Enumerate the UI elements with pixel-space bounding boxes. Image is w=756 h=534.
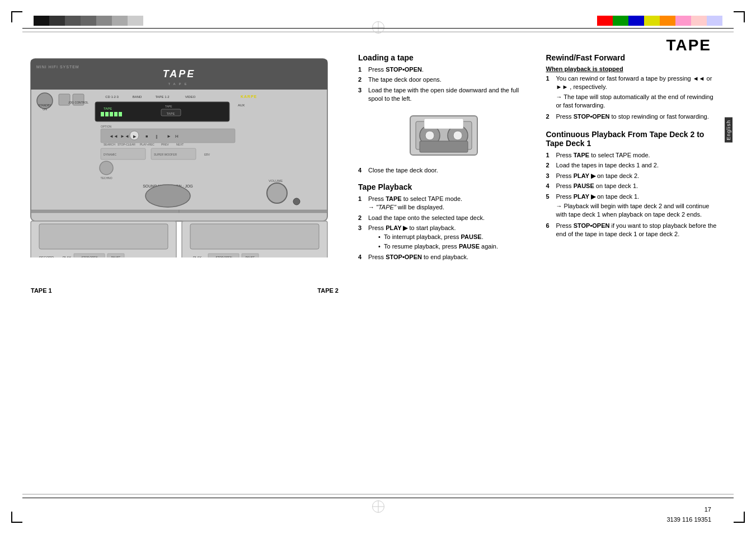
svg-text:►◄: ►◄ xyxy=(120,134,129,139)
tape-playback-title: Tape Playback xyxy=(358,182,529,191)
tape-playback-step-3: 3 Press PLAY ▶ to start playback. To int… xyxy=(358,224,529,251)
corner-mark-tl xyxy=(11,11,22,22)
svg-rect-55 xyxy=(31,210,179,213)
svg-text:■: ■ xyxy=(145,134,148,138)
rewind-subtitle: When playback is stopped xyxy=(546,65,717,72)
loading-section: Loading a tape 1 Press STOP•OPEN. 2 The … xyxy=(358,53,529,175)
svg-text:DYNAMIC: DYNAMIC xyxy=(104,153,116,156)
bottom-line-upper xyxy=(22,494,734,495)
corner-mark-bl xyxy=(11,512,22,523)
svg-rect-22 xyxy=(114,112,118,116)
svg-text:AUX: AUX xyxy=(238,104,245,107)
top-line-lower xyxy=(22,31,734,32)
tape-playback-step-2: 2 Load the tape onto the selected tape d… xyxy=(358,214,529,222)
rewind-section: Rewind/Fast Forward When playback is sto… xyxy=(546,53,717,121)
svg-text:ON: ON xyxy=(43,107,47,111)
svg-text:EBV: EBV xyxy=(204,153,210,156)
svg-rect-19 xyxy=(101,112,104,116)
doc-number: 3139 116 19351 xyxy=(666,516,711,523)
continuous-step-1: 1 Press TAPE to select TAPE mode. xyxy=(546,151,717,160)
svg-text:STOP·OPEN: STOP·OPEN xyxy=(81,256,97,257)
loading-title: Loading a tape xyxy=(358,53,529,62)
svg-rect-59 xyxy=(39,224,168,249)
left-column: Loading a tape 1 Press STOP•OPEN. 2 The … xyxy=(358,53,529,269)
svg-text:PLAY+REC: PLAY+REC xyxy=(140,143,154,146)
playback-bullets: To interrupt playback, press PAUSE. To r… xyxy=(378,233,529,251)
cassette-svg xyxy=(407,110,480,161)
tape-playback-step-1: 1 Press TAPE to select TAPE mode. "TAPE"… xyxy=(358,195,529,212)
svg-point-53 xyxy=(267,183,287,203)
device-svg: MINI HIFI SYSTEM TAPE TAPE STANDBY ON JO… xyxy=(28,56,330,257)
svg-text:KARPE: KARPE xyxy=(241,95,257,99)
svg-text:TAPE: TAPE xyxy=(163,68,196,79)
loading-steps: 1 Press STOP•OPEN. 2 The tape deck door … xyxy=(358,65,529,104)
svg-text:TAPE: TAPE xyxy=(104,107,112,110)
tape-playback-steps: 1 Press TAPE to select TAPE mode. "TAPE"… xyxy=(358,195,529,262)
svg-point-77 xyxy=(453,131,462,140)
svg-text:PREV: PREV xyxy=(161,143,169,146)
loading-step-1: 1 Press STOP•OPEN. xyxy=(358,65,529,74)
svg-text:VOLUME: VOLUME xyxy=(269,179,283,182)
corner-mark-tr xyxy=(734,11,745,22)
svg-text:STOP·OPEN: STOP·OPEN xyxy=(215,256,232,257)
continuous-step-6: 6 Press STOP•OPEN if you want to stop pl… xyxy=(546,222,717,239)
svg-text:TAPE: TAPE xyxy=(168,82,190,86)
svg-point-75 xyxy=(425,131,434,140)
right-column: Rewind/Fast Forward When playback is sto… xyxy=(546,53,717,269)
svg-point-51 xyxy=(145,185,190,207)
svg-text:PAUSE: PAUSE xyxy=(246,256,255,257)
svg-rect-79 xyxy=(424,119,463,129)
page-number: 17 xyxy=(705,506,711,513)
tape-playback-step-4: 4 Press STOP•OPEN to end playback. xyxy=(358,253,529,261)
reg-mark-bottom xyxy=(372,500,384,513)
corner-mark-br xyxy=(734,512,745,523)
svg-text:PLAY: PLAY xyxy=(63,256,71,257)
svg-rect-23 xyxy=(119,112,122,116)
loading-step-3: 3 Load the tape with the open side downw… xyxy=(358,86,529,104)
svg-text:JOG CONTROL: JOG CONTROL xyxy=(68,101,88,104)
svg-text:TAPE: TAPE xyxy=(166,112,175,115)
svg-text:SEARCH: SEARCH xyxy=(104,143,115,146)
svg-text:TAPE 1·2: TAPE 1·2 xyxy=(155,95,170,99)
rewind-note-1: → The tape will stop automatically at th… xyxy=(556,93,717,110)
svg-text:◄◄: ◄◄ xyxy=(109,134,118,139)
svg-text:►: ► xyxy=(167,134,171,139)
continuous-title: Continuous Playback From Tape Deck 2 to … xyxy=(546,130,717,148)
continuous-section: Continuous Playback From Tape Deck 2 to … xyxy=(546,130,717,239)
svg-text:TECHNO: TECHNO xyxy=(100,176,112,180)
svg-text:PLAY: PLAY xyxy=(193,256,201,257)
svg-rect-60 xyxy=(190,224,319,249)
svg-text:PAUSE: PAUSE xyxy=(111,256,121,257)
svg-point-54 xyxy=(293,198,300,205)
language-label: English xyxy=(725,118,732,143)
step1-note: "TAPE" will be displayed. xyxy=(368,203,529,212)
continuous-step-4: 4 Press PAUSE on tape deck 1. xyxy=(546,182,717,190)
svg-text:BAND: BAND xyxy=(133,95,142,99)
svg-text:VIDEO: VIDEO xyxy=(185,95,196,99)
loading-step4: 4 Close the tape deck door. xyxy=(358,166,529,175)
bottom-line-lower xyxy=(22,498,734,498)
svg-rect-78 xyxy=(420,141,468,152)
continuous-steps: 1 Press TAPE to select TAPE mode. 2 Load… xyxy=(546,151,717,239)
rewind-steps: 1 You can rewind or fast forward a tape … xyxy=(546,74,717,121)
loading-step-4: 4 Close the tape deck door. xyxy=(358,166,529,175)
continuous-step-3: 3 Press PLAY ▶ on tape deck 2. xyxy=(546,172,717,180)
rewind-title: Rewind/Fast Forward xyxy=(546,53,717,62)
tape1-deck-label: TAPE 1 xyxy=(31,287,52,294)
playback-bullet-1: To interrupt playback, press PAUSE. xyxy=(378,233,529,241)
svg-rect-56 xyxy=(179,210,327,213)
svg-text:RECORD: RECORD xyxy=(39,256,54,257)
rewind-step-1: 1 You can rewind or fast forward a tape … xyxy=(546,74,717,110)
continuous-step-2: 2 Load the tapes in tape decks 1 and 2. xyxy=(546,161,717,170)
color-bar-left xyxy=(34,16,143,26)
svg-text:STOP-CLEAR: STOP-CLEAR xyxy=(118,143,135,146)
svg-text:H: H xyxy=(175,134,179,139)
svg-text:STANDBY: STANDBY xyxy=(38,104,51,107)
svg-rect-21 xyxy=(110,112,113,116)
tape-playback-section: Tape Playback 1 Press TAPE to select TAP… xyxy=(358,182,529,262)
device-illustration: MINI HIFI SYSTEM TAPE TAPE STANDBY ON JO… xyxy=(28,56,341,336)
content-area: Loading a tape 1 Press STOP•OPEN. 2 The … xyxy=(358,53,717,269)
tape2-deck-label: TAPE 2 xyxy=(317,287,339,294)
page-title: TAPE xyxy=(666,36,711,54)
two-column-layout: Loading a tape 1 Press STOP•OPEN. 2 The … xyxy=(358,53,717,269)
